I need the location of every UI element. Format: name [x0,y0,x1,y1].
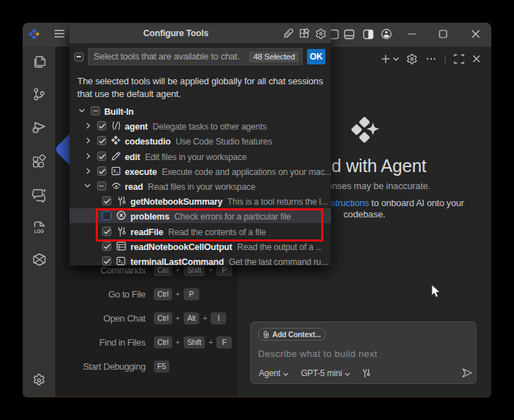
svg-text:LOG: LOG [34,229,44,234]
